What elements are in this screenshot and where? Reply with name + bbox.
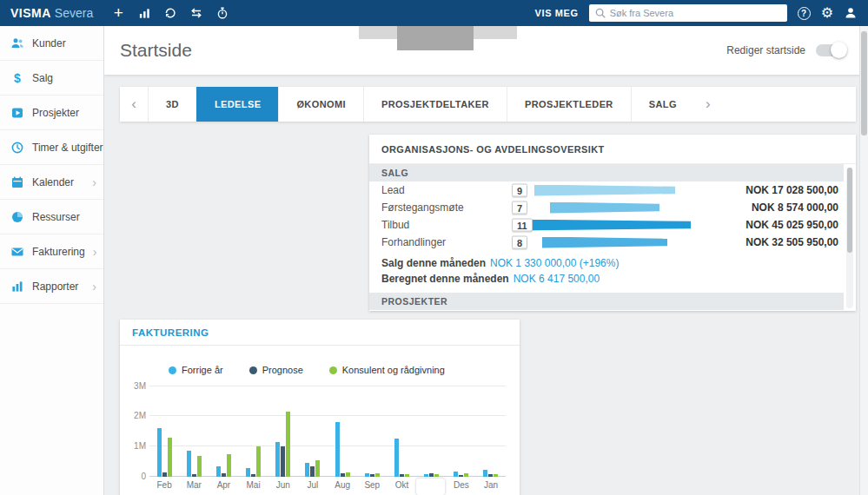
sidebar-label: Prosjekter — [32, 107, 79, 119]
funnel-stage-value: NOK 32 505 950,00 — [691, 236, 838, 248]
org-card-scrollbar-thumb[interactable] — [847, 168, 852, 253]
chevron-right-icon: › — [92, 176, 96, 188]
overlay-pill-artifact — [416, 478, 445, 495]
bar-group — [387, 386, 416, 477]
legend-dot-prognose — [249, 366, 257, 374]
bar — [424, 474, 428, 478]
funnel-stage-value: NOK 45 025 950,00 — [691, 219, 838, 231]
chevron-right-icon: › — [93, 246, 97, 258]
sidebar-label: Timer & utgifter — [32, 142, 103, 154]
bar — [494, 474, 498, 478]
invoice-envelope-icon — [10, 245, 24, 259]
page-scrollbar-thumb[interactable] — [861, 31, 867, 135]
logo-secondary: Severa — [55, 6, 93, 20]
month-label: Jul — [298, 480, 328, 490]
tab-ledelse[interactable]: LEDELSE — [196, 87, 279, 122]
sales-summary: Salg denne månedenNOK 1 330 000,00 (+196… — [369, 251, 856, 287]
chevron-right-icon: › — [92, 280, 96, 293]
help-icon[interactable]: ? — [798, 7, 811, 20]
sidebar-item-fakturering[interactable]: Fakturering › — [0, 234, 103, 269]
sidebar-item-salg[interactable]: $ Salg — [0, 61, 103, 96]
month-label: Des — [447, 480, 476, 490]
tab-3d[interactable]: 3D — [148, 87, 196, 122]
bar — [429, 473, 434, 477]
tabs-scroll-left[interactable]: ‹ — [120, 87, 148, 122]
legend-dot-forrige-ar — [169, 366, 176, 374]
legend-item-forrige-ar: Forrige år — [169, 365, 223, 375]
bar-group — [476, 386, 506, 477]
legend-label: Konsulent og rådgivning — [342, 365, 445, 375]
bar — [488, 474, 493, 477]
logo-primary: VISMA — [10, 6, 51, 20]
bar — [346, 472, 350, 477]
reports-icon — [10, 280, 24, 294]
tab-prosjektdeltaker[interactable]: PROSJEKTDELTAKER — [363, 87, 507, 122]
search-input[interactable] — [610, 8, 782, 18]
legend-item-prognose: Prognose — [249, 365, 303, 375]
summary-label: Beregnet denne måneden — [381, 273, 509, 285]
bar — [275, 442, 280, 477]
bar — [162, 472, 167, 477]
clock-icon — [10, 141, 24, 155]
funnel-stage-value: NOK 8 574 000,00 — [691, 201, 838, 214]
favorites-chart-button[interactable] — [131, 0, 157, 26]
user-profile-icon[interactable] — [844, 6, 858, 20]
legend-dot-konsulent — [329, 366, 337, 374]
toggle-knob — [831, 42, 847, 58]
visma-severa-logo[interactable]: VISMA Severa — [0, 6, 105, 20]
bar-group — [179, 386, 209, 477]
funnel-bar-forhandlinger[interactable] — [542, 237, 667, 248]
calendar-icon — [10, 175, 24, 189]
sidebar-label: Kalender — [32, 176, 74, 188]
funnel-bar-lead[interactable] — [534, 185, 675, 196]
bar — [197, 456, 202, 478]
settings-gear-icon[interactable]: ⚙ — [821, 6, 833, 20]
x-axis-labels: FebMarAprMaiJunJulAugSepOktNovDesJan — [149, 480, 506, 490]
sidebar-label: Ressurser — [32, 211, 80, 223]
bar — [405, 474, 409, 478]
edit-homepage-toggle[interactable] — [816, 44, 845, 56]
bar — [305, 463, 309, 477]
bar — [394, 439, 399, 477]
page-scrollbar-track — [859, 26, 868, 495]
tab-okonomi[interactable]: ØKONOMI — [278, 87, 363, 122]
billing-card-title: FAKTURERING — [120, 320, 520, 346]
sidebar-label: Salg — [32, 72, 53, 84]
summary-value-link[interactable]: NOK 6 417 500,00 — [514, 273, 600, 285]
month-label: Jun — [268, 480, 298, 490]
sidebar-label: Kunder — [32, 37, 66, 50]
projects-section-header: PROSJEKTER — [369, 293, 844, 310]
bar — [365, 473, 369, 477]
sales-dollar-icon: $ — [10, 71, 24, 85]
vis-meg-menu[interactable]: VIS MEG — [535, 8, 579, 18]
funnel-bar-forstegangsmote[interactable] — [550, 202, 659, 214]
recent-items-button[interactable] — [157, 0, 183, 26]
app-screen: VISMA Severa + VIS MEG — [0, 0, 868, 495]
sidebar-item-timer-utgifter[interactable]: Timer & utgifter — [0, 130, 103, 165]
sidebar-item-ressurser[interactable]: Ressurser — [0, 200, 103, 234]
month-label: Feb — [149, 480, 179, 490]
top-bar: VISMA Severa + VIS MEG — [0, 0, 868, 26]
transfer-button[interactable] — [183, 0, 209, 26]
bar — [459, 475, 463, 477]
y-axis-label: 3M — [123, 381, 146, 391]
sidebar-item-kunder[interactable]: Kunder — [0, 26, 103, 61]
bar — [281, 446, 285, 477]
bar — [251, 474, 255, 477]
tab-salg[interactable]: SALG — [631, 87, 694, 122]
timer-button[interactable] — [209, 0, 235, 26]
tab-prosjektleder[interactable]: PROSJEKTLEDER — [507, 87, 631, 122]
sidebar-item-prosjekter[interactable]: Prosjekter — [0, 96, 103, 130]
bar-group — [298, 386, 328, 477]
add-new-button[interactable]: + — [105, 0, 131, 26]
sidebar-item-rapporter[interactable]: Rapporter › — [0, 269, 103, 304]
global-search — [589, 4, 787, 22]
sidebar-item-kalender[interactable]: Kalender › — [0, 165, 103, 200]
bar-series-area — [149, 386, 506, 477]
bar — [483, 470, 487, 477]
search-icon — [594, 7, 606, 19]
summary-value-link[interactable]: NOK 1 330 000,00 (+196%) — [490, 257, 619, 269]
tabs-scroll-right[interactable]: › — [694, 87, 722, 122]
bar-group — [209, 386, 238, 477]
funnel-bar-tilbud[interactable] — [519, 220, 691, 231]
